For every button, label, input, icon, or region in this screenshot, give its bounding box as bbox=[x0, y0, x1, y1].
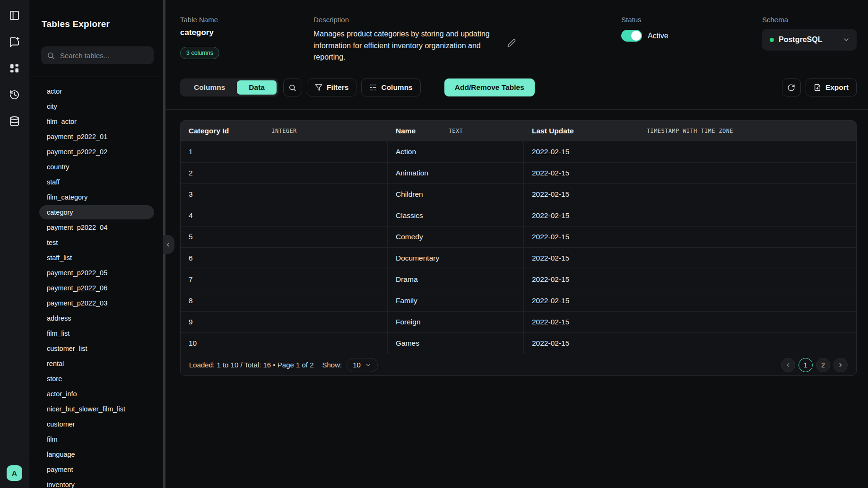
search-input[interactable] bbox=[59, 51, 148, 60]
table-search bbox=[41, 46, 154, 64]
cell-category-id: 10 bbox=[181, 333, 388, 354]
tab-data[interactable]: Data bbox=[237, 80, 277, 95]
cell-name: Action bbox=[388, 141, 524, 162]
sidebar-collapse-button[interactable] bbox=[163, 235, 174, 254]
column-header-name: Name TEXT bbox=[388, 121, 524, 141]
edit-description-button[interactable] bbox=[507, 39, 516, 48]
page-size-select[interactable]: 10 bbox=[347, 358, 378, 372]
cell-name: Documentary bbox=[388, 248, 524, 269]
cell-name: Children bbox=[388, 184, 524, 205]
cell-name: Family bbox=[388, 290, 524, 311]
sliders-icon bbox=[369, 84, 377, 91]
dashboard-button[interactable] bbox=[6, 60, 23, 76]
sidebar-item[interactable]: payment_p2022_06 bbox=[39, 281, 154, 295]
sidebar-item[interactable]: film_list bbox=[39, 326, 154, 340]
sidebar-item[interactable]: payment bbox=[39, 462, 154, 477]
chevron-right-icon bbox=[837, 362, 844, 368]
chevron-down-icon bbox=[365, 362, 372, 368]
next-page-button[interactable] bbox=[833, 358, 848, 372]
search-icon bbox=[288, 84, 296, 92]
table-row[interactable]: 8 Family 2022-02-15 bbox=[181, 290, 856, 311]
app-root: A Tables Explorer actorcityfilm_actorpay… bbox=[0, 0, 868, 488]
database-button[interactable] bbox=[6, 113, 23, 129]
sidebar-item[interactable]: category bbox=[39, 205, 154, 219]
cell-category-id: 7 bbox=[181, 269, 388, 290]
status-toggle[interactable] bbox=[621, 30, 642, 42]
prev-page-button[interactable] bbox=[781, 358, 795, 372]
table-row[interactable]: 7 Drama 2022-02-15 bbox=[181, 269, 856, 290]
columns-count-badge: 3 columns bbox=[180, 47, 219, 59]
tab-columns[interactable]: Columns bbox=[182, 80, 237, 95]
sidebar-toggle-button[interactable] bbox=[6, 7, 23, 23]
sidebar-item[interactable]: address bbox=[39, 311, 154, 325]
dashboard-icon bbox=[9, 63, 20, 74]
page-button[interactable]: 2 bbox=[816, 358, 830, 372]
table-row[interactable]: 5 Comedy 2022-02-15 bbox=[181, 226, 856, 247]
table-row[interactable]: 1 Action 2022-02-15 bbox=[181, 141, 856, 162]
sidebar-item[interactable]: customer bbox=[39, 417, 154, 431]
sidebar-item[interactable]: inventory bbox=[39, 478, 154, 488]
sidebar-item[interactable]: customer_list bbox=[39, 341, 154, 356]
refresh-button[interactable] bbox=[782, 78, 801, 96]
sidebar-item[interactable]: store bbox=[39, 372, 154, 386]
chevron-left-icon bbox=[785, 362, 791, 368]
sidebar-item[interactable]: rental bbox=[39, 357, 154, 371]
sidebar-item[interactable]: actor bbox=[39, 84, 154, 98]
filters-button[interactable]: Filters bbox=[307, 78, 357, 96]
sidebar-item[interactable]: film_category bbox=[39, 190, 154, 204]
sidebar-item[interactable]: country bbox=[39, 160, 154, 174]
cell-category-id: 9 bbox=[181, 312, 388, 332]
sidebar-item[interactable]: payment_p2022_04 bbox=[39, 220, 154, 235]
cell-last-update: 2022-02-15 bbox=[524, 333, 856, 354]
table-row[interactable]: 10 Games 2022-02-15 bbox=[181, 332, 856, 354]
columns-button[interactable]: Columns bbox=[361, 78, 420, 96]
sidebar-title: Tables Explorer bbox=[42, 19, 163, 29]
schema-select[interactable]: PostgreSQL bbox=[762, 29, 857, 51]
icon-rail: A bbox=[0, 0, 29, 488]
cell-last-update: 2022-02-15 bbox=[524, 184, 856, 205]
sidebar-item[interactable]: payment_p2022_01 bbox=[39, 130, 154, 144]
cell-name: Classics bbox=[388, 205, 524, 226]
export-button-label: Export bbox=[825, 83, 849, 92]
search-data-button[interactable] bbox=[283, 78, 302, 96]
page-button[interactable]: 1 bbox=[799, 358, 813, 372]
sidebar-item[interactable]: test bbox=[39, 235, 154, 250]
sidebar-item[interactable]: nicer_but_slower_film_list bbox=[39, 402, 154, 416]
sidebar-item[interactable]: language bbox=[39, 447, 154, 462]
grid-footer: Loaded: 1 to 10 / Total: 16 • Page 1 of … bbox=[181, 354, 856, 375]
column-name: Name bbox=[396, 127, 416, 135]
sidebar-item[interactable]: staff_list bbox=[39, 251, 154, 265]
cell-category-id: 5 bbox=[181, 227, 388, 247]
sidebar-item[interactable]: city bbox=[39, 99, 154, 113]
add-remove-tables-button[interactable]: Add/Remove Tables bbox=[444, 78, 535, 96]
history-button[interactable] bbox=[6, 87, 23, 103]
status-label: Status bbox=[621, 16, 762, 24]
cell-last-update: 2022-02-15 bbox=[524, 312, 856, 332]
table-row[interactable]: 6 Documentary 2022-02-15 bbox=[181, 247, 856, 269]
status-block: Status Active bbox=[621, 16, 762, 63]
pagination-summary: Loaded: 1 to 10 / Total: 16 • Page 1 of … bbox=[189, 361, 314, 369]
table-row[interactable]: 9 Foreign 2022-02-15 bbox=[181, 311, 856, 332]
sidebar-resizer[interactable] bbox=[163, 0, 165, 488]
schema-value: PostgreSQL bbox=[779, 35, 822, 44]
sidebar-item[interactable]: actor_info bbox=[39, 387, 154, 401]
search-icon bbox=[47, 52, 55, 60]
export-button[interactable]: Export bbox=[806, 78, 857, 96]
sidebar-item[interactable]: payment_p2022_05 bbox=[39, 266, 154, 280]
table-row[interactable]: 3 Children 2022-02-15 bbox=[181, 183, 856, 205]
cell-name: Games bbox=[388, 333, 524, 354]
table-row[interactable]: 2 Animation 2022-02-15 bbox=[181, 162, 856, 183]
sidebar-item[interactable]: staff bbox=[39, 175, 154, 189]
sidebar-item[interactable]: payment_p2022_03 bbox=[39, 296, 154, 310]
table-row[interactable]: 4 Classics 2022-02-15 bbox=[181, 205, 856, 226]
cell-last-update: 2022-02-15 bbox=[524, 141, 856, 162]
sidebar-item[interactable]: payment_p2022_02 bbox=[39, 145, 154, 159]
view-tabs: Columns Data bbox=[180, 78, 278, 96]
user-avatar[interactable]: A bbox=[7, 465, 22, 481]
columns-button-label: Columns bbox=[381, 83, 412, 92]
toolbar-divider bbox=[165, 109, 868, 110]
new-chat-button[interactable] bbox=[6, 34, 23, 50]
sidebar-item[interactable]: film_actor bbox=[39, 114, 154, 129]
sidebar-item[interactable]: film bbox=[39, 432, 154, 446]
cell-category-id: 8 bbox=[181, 290, 388, 311]
